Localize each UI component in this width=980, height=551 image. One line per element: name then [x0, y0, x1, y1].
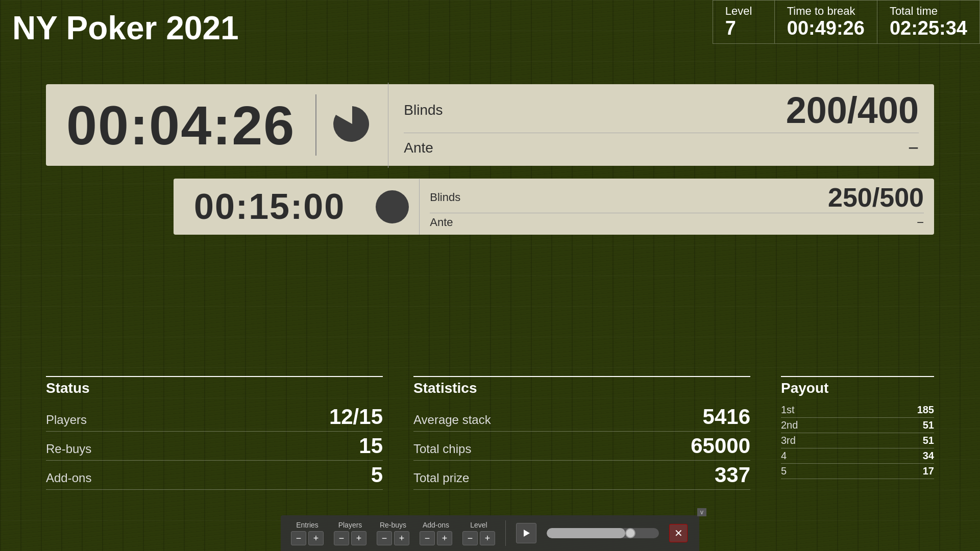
- status-players-label: Players: [46, 413, 87, 427]
- avg-stack-value: 5416: [703, 405, 750, 429]
- stats-section: Status Players 12/15 Re-buys 15 Add-ons …: [46, 376, 934, 490]
- status-title: Status: [46, 376, 383, 396]
- statistics-title: Statistics: [413, 376, 750, 396]
- players-btns: − +: [334, 531, 366, 545]
- entries-plus-btn[interactable]: +: [308, 531, 324, 545]
- rebuys-label: Re-buys: [380, 521, 406, 529]
- progress-bar[interactable]: [547, 528, 659, 538]
- level-box: Level 7: [713, 1, 774, 43]
- time-to-break-label: Time to break: [787, 5, 865, 18]
- next-ante-label: Ante: [430, 216, 453, 229]
- avg-stack-row: Average stack 5416: [413, 403, 750, 432]
- addons-group: Add-ons − +: [420, 521, 452, 545]
- players-plus-btn[interactable]: +: [351, 531, 366, 545]
- current-level-card: 00:04:26 Blinds 200/400 Ante −: [46, 84, 934, 166]
- next-level-icon: [365, 190, 419, 223]
- level-group: Level − +: [462, 521, 495, 545]
- total-prize-row: Total prize 337: [413, 461, 750, 490]
- rebuys-minus-btn[interactable]: −: [377, 531, 392, 545]
- payout-rows: 1st 185 2nd 51 3rd 51 4 34 5 17: [781, 403, 934, 479]
- total-time-value: 02:25:34: [890, 18, 967, 39]
- level-label: Level: [725, 5, 762, 18]
- app-title: NY Poker 2021: [12, 9, 239, 47]
- players-label: Players: [338, 521, 362, 529]
- next-blinds-value: 250/500: [828, 184, 924, 211]
- total-time-box: Total time 02:25:34: [877, 1, 979, 43]
- entries-label: Entries: [296, 521, 318, 529]
- payout-row: 2nd 51: [781, 418, 934, 433]
- payout-place: 3rd: [781, 435, 796, 446]
- blinds-value: 200/400: [786, 92, 919, 129]
- ante-row: Ante −: [404, 133, 919, 163]
- total-chips-row: Total chips 65000: [413, 432, 750, 461]
- close-button[interactable]: ✕: [669, 524, 688, 542]
- rebuys-group: Re-buys − +: [377, 521, 409, 545]
- level-plus-btn[interactable]: +: [480, 531, 495, 545]
- circle-icon: [376, 190, 409, 223]
- status-column: Status Players 12/15 Re-buys 15 Add-ons …: [46, 376, 383, 490]
- blinds-row: Blinds 200/400: [404, 88, 919, 133]
- next-timer-display: 00:15:00: [174, 186, 365, 227]
- current-blinds-panel: Blinds 200/400 Ante −: [388, 83, 934, 168]
- next-ante-value: −: [917, 215, 924, 230]
- level-btns: − +: [462, 531, 495, 545]
- status-rebuys-label: Re-buys: [46, 442, 91, 456]
- payout-place: 4: [781, 450, 787, 462]
- entries-minus-btn[interactable]: −: [291, 531, 306, 545]
- next-blinds-row: Blinds 250/500: [430, 182, 924, 213]
- payout-row: 1st 185: [781, 403, 934, 418]
- payout-place: 2nd: [781, 419, 798, 431]
- ante-value: −: [908, 137, 919, 159]
- players-group: Players − +: [334, 521, 366, 545]
- svg-marker-0: [524, 530, 530, 537]
- current-timer-display: 00:04:26: [46, 93, 315, 157]
- level-toolbar-label: Level: [470, 521, 487, 529]
- payout-place: 1st: [781, 404, 795, 416]
- total-chips-label: Total chips: [413, 442, 471, 456]
- level-minus-btn[interactable]: −: [462, 531, 478, 545]
- rebuys-plus-btn[interactable]: +: [394, 531, 409, 545]
- v-badge: v: [697, 508, 706, 516]
- statistics-column: Statistics Average stack 5416 Total chip…: [413, 376, 750, 490]
- addons-plus-btn[interactable]: +: [437, 531, 452, 545]
- status-addons-value: 5: [371, 463, 383, 487]
- timer-pie-icon: [316, 104, 388, 146]
- addons-label: Add-ons: [423, 521, 449, 529]
- payout-row: 3rd 51: [781, 433, 934, 448]
- payout-column: Payout 1st 185 2nd 51 3rd 51 4 34 5 17: [781, 376, 934, 490]
- time-to-break-box: Time to break 00:49:26: [774, 1, 877, 43]
- progress-fill: [547, 528, 625, 538]
- rebuys-btns: − +: [377, 531, 409, 545]
- addons-minus-btn[interactable]: −: [420, 531, 435, 545]
- payout-row: 5 17: [781, 464, 934, 479]
- players-minus-btn[interactable]: −: [334, 531, 349, 545]
- total-time-label: Total time: [890, 5, 967, 18]
- payout-title: Payout: [781, 376, 934, 396]
- addons-btns: − +: [420, 531, 452, 545]
- next-level-card: 00:15:00 Blinds 250/500 Ante −: [174, 179, 934, 235]
- payout-amount: 185: [917, 404, 934, 416]
- payout-row: 4 34: [781, 448, 934, 464]
- entries-btns: − +: [291, 531, 324, 545]
- entries-group: Entries − +: [291, 521, 324, 545]
- status-addons-row: Add-ons 5: [46, 461, 383, 490]
- level-value: 7: [725, 18, 762, 39]
- total-prize-value: 337: [715, 463, 750, 487]
- time-to-break-value: 00:49:26: [787, 18, 865, 39]
- total-chips-value: 65000: [691, 434, 750, 458]
- play-button[interactable]: [516, 523, 536, 543]
- payout-place: 5: [781, 465, 787, 477]
- avg-stack-label: Average stack: [413, 413, 491, 427]
- ante-label: Ante: [404, 140, 433, 156]
- status-players-row: Players 12/15: [46, 403, 383, 432]
- toolbar: v Entries − + Players − + Re-buys − + Ad…: [281, 515, 699, 551]
- toolbar-separator: [505, 520, 506, 546]
- payout-amount: 17: [923, 465, 934, 477]
- next-blinds-panel: Blinds 250/500 Ante −: [419, 179, 934, 235]
- header-info-panel: Level 7 Time to break 00:49:26 Total tim…: [713, 0, 980, 44]
- progress-thumb[interactable]: [625, 528, 635, 538]
- payout-amount: 51: [923, 435, 934, 446]
- status-addons-label: Add-ons: [46, 471, 91, 485]
- status-rebuys-value: 15: [359, 434, 383, 458]
- blinds-label: Blinds: [404, 102, 443, 118]
